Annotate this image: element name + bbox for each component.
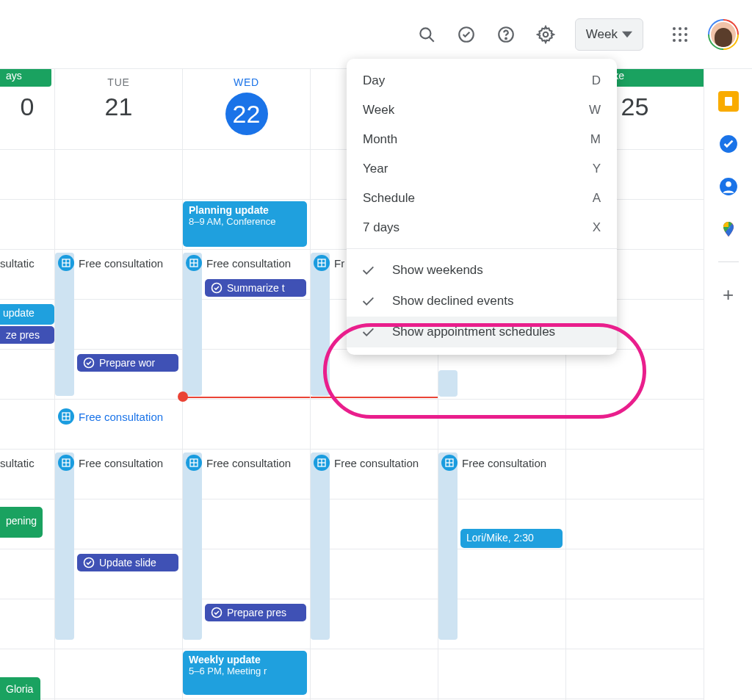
svg-point-12 <box>673 39 676 42</box>
now-indicator-dot <box>178 392 188 402</box>
contacts-app-icon[interactable] <box>718 176 739 197</box>
day-column-tue: TUE 21 Free consultation Prepare wor Fre… <box>55 69 183 700</box>
check-icon <box>360 293 376 309</box>
menu-item-7days[interactable]: 7 daysX <box>347 213 617 242</box>
grid-icon <box>314 455 330 471</box>
menu-item-day[interactable]: DayD <box>347 66 617 95</box>
tasks-icon[interactable] <box>449 17 484 52</box>
svg-point-9 <box>673 33 676 36</box>
svg-point-10 <box>679 33 682 36</box>
consultation-block[interactable] <box>55 452 74 640</box>
check-circle-icon <box>83 357 95 369</box>
consultation-label[interactable]: Free consultation <box>58 455 163 471</box>
menu-toggle-declined[interactable]: Show declined events <box>347 286 617 317</box>
account-avatar[interactable] <box>708 19 739 50</box>
menu-item-year[interactable]: YearY <box>347 154 617 184</box>
settings-gear-icon[interactable] <box>528 17 563 52</box>
consultation-label[interactable]: Free consultation <box>441 455 546 471</box>
rail-divider <box>718 261 739 262</box>
svg-point-7 <box>679 27 682 30</box>
task-prepare-work[interactable]: Prepare wor <box>77 354 178 372</box>
day-column-partial-left: N 0 ays sultatic update ze pres sultatic… <box>0 69 55 700</box>
view-dropdown-menu: DayD WeekW MonthM YearY ScheduleA 7 days… <box>347 59 617 355</box>
task-prepare-pres[interactable]: Prepare pres <box>205 604 306 621</box>
consultation-block[interactable] <box>311 253 330 396</box>
check-circle-icon <box>211 282 223 294</box>
menu-toggle-weekends[interactable]: Show weekends <box>347 255 617 286</box>
check-icon <box>360 262 376 278</box>
svg-point-8 <box>684 27 687 30</box>
consultation-label[interactable]: Free consultation <box>186 455 291 471</box>
event-weekly-update[interactable]: Weekly update 5–6 PM, Meeting r <box>183 651 307 695</box>
view-selector-button[interactable]: Week <box>575 18 643 51</box>
menu-divider <box>347 248 617 249</box>
svg-point-0 <box>420 28 430 38</box>
check-circle-icon <box>211 607 223 618</box>
google-apps-icon[interactable] <box>662 17 698 52</box>
event-gloria[interactable]: Gloria <box>0 677 40 700</box>
task-summarize[interactable]: Summarize t <box>205 279 306 297</box>
menu-item-month[interactable]: MonthM <box>347 125 617 154</box>
consultation-label[interactable]: sultatic <box>0 257 55 270</box>
menu-item-week[interactable]: WeekW <box>347 95 617 125</box>
allday-event-left[interactable]: ays <box>0 68 51 87</box>
svg-point-6 <box>673 27 676 30</box>
consultation-label[interactable]: Free consultation <box>186 255 291 271</box>
caret-down-icon <box>622 29 632 40</box>
now-indicator-continue <box>311 397 438 398</box>
consultation-block[interactable] <box>311 452 330 640</box>
check-circle-icon <box>83 557 95 569</box>
svg-point-14 <box>684 39 687 42</box>
svg-point-18 <box>726 181 731 187</box>
maps-app-icon[interactable] <box>718 219 739 239</box>
grid-icon <box>58 255 74 271</box>
consultation-label[interactable]: Fr <box>314 255 350 271</box>
consultation-label[interactable]: Free consultation <box>314 455 419 471</box>
menu-toggle-appointment-schedules[interactable]: Show appointment schedules <box>347 317 617 347</box>
grid-icon <box>186 255 202 271</box>
tasks-app-icon[interactable] <box>718 134 739 154</box>
menu-item-schedule[interactable]: ScheduleA <box>347 184 617 213</box>
grid-icon <box>58 408 74 425</box>
grid-icon <box>58 455 74 471</box>
grid-icon <box>186 455 202 471</box>
consultation-block[interactable] <box>438 370 458 397</box>
consultation-block[interactable] <box>438 452 458 640</box>
view-selector-label: Week <box>586 27 618 42</box>
svg-line-1 <box>430 37 434 41</box>
side-panel-rail: + <box>704 69 752 700</box>
consultation-label[interactable]: Free consultation <box>58 408 163 425</box>
grid-icon <box>441 455 458 471</box>
now-indicator-line <box>183 397 310 398</box>
consultation-block[interactable] <box>55 253 74 396</box>
keep-icon[interactable] <box>718 91 739 112</box>
task-update-slide[interactable]: Update slide <box>77 554 178 571</box>
help-icon[interactable] <box>488 17 524 52</box>
grid-icon <box>314 255 330 271</box>
check-icon <box>360 324 376 340</box>
svg-point-11 <box>684 33 687 36</box>
day-column-wed: WED 22 Planning update 8–9 AM, Conferenc… <box>183 69 311 700</box>
svg-point-4 <box>505 37 507 39</box>
svg-point-13 <box>679 39 682 42</box>
svg-point-5 <box>543 32 549 37</box>
consultation-block[interactable] <box>183 253 202 396</box>
svg-rect-15 <box>725 97 732 106</box>
event-update[interactable]: update <box>0 304 54 325</box>
add-addon-icon[interactable]: + <box>718 284 739 305</box>
search-icon[interactable] <box>409 17 444 52</box>
consultation-block[interactable] <box>183 452 202 640</box>
consultation-label[interactable]: sultatic <box>0 457 55 469</box>
consultation-label[interactable]: Free consultation <box>58 255 163 271</box>
event-planning-update[interactable]: Planning update 8–9 AM, Conference <box>183 201 307 247</box>
task-ze-pres[interactable]: ze pres <box>0 326 54 344</box>
event-opening[interactable]: pening <box>0 507 43 538</box>
event-lori-mike[interactable]: Lori/Mike, 2:30 <box>460 529 563 548</box>
